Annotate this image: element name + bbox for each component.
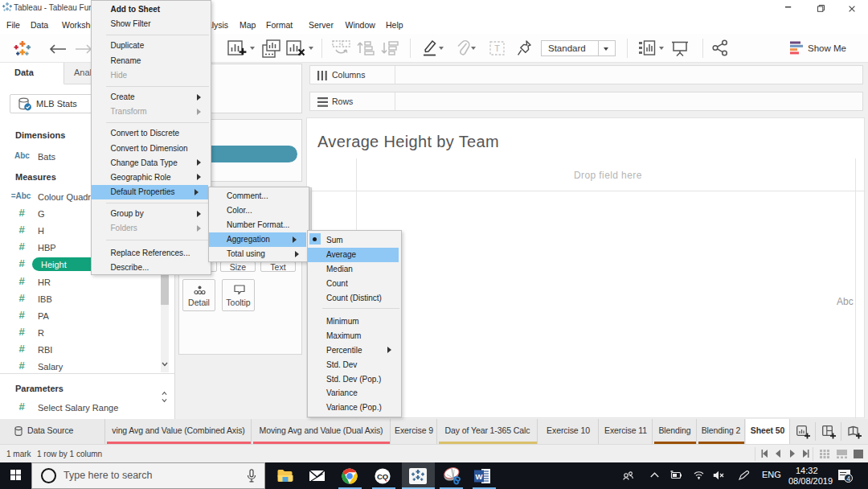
svg-text:CO: CO [377,472,388,481]
svg-text:T: T [494,43,500,53]
svg-text:W: W [476,472,483,481]
